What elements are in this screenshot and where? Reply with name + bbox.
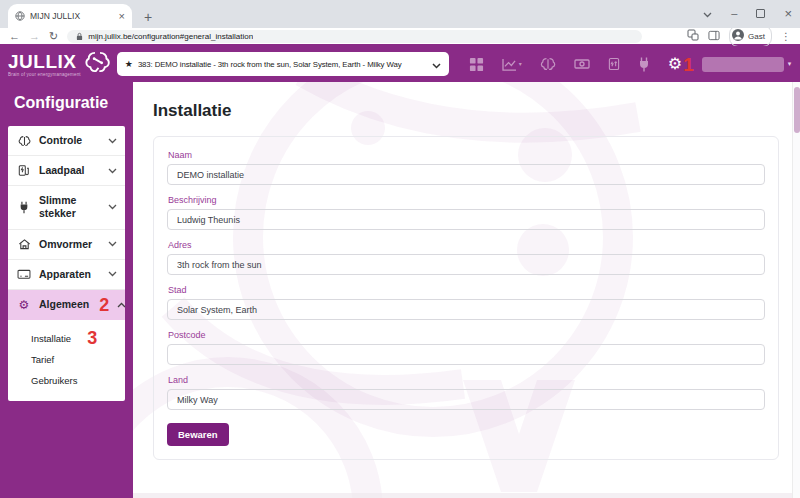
- sidebar-item-apparaten[interactable]: Apparaten: [8, 260, 125, 290]
- side-panel-icon[interactable]: [708, 27, 720, 45]
- brain-nav-icon[interactable]: [540, 57, 556, 71]
- inverter-icon: [17, 238, 31, 250]
- window-minimize-button[interactable]: –: [731, 7, 737, 19]
- brain-icon: [17, 135, 31, 147]
- sidebar-item-laadpaal[interactable]: Laadpaal: [8, 156, 125, 186]
- user-account-redacted[interactable]: [702, 57, 784, 72]
- adres-input[interactable]: [167, 254, 765, 275]
- sidebar-item-label: Controle: [39, 134, 100, 147]
- sidebar-title: Configuratie: [0, 94, 133, 126]
- save-button[interactable]: Bewaren: [167, 423, 229, 446]
- new-tab-button[interactable]: +: [144, 10, 152, 24]
- chevron-down-icon: [108, 168, 117, 174]
- field-label-stad: Stad: [168, 285, 765, 295]
- submenu-item-label: Installatie: [31, 333, 71, 344]
- address-bar[interactable]: mijn.jullix.be/configuration#general_ins…: [67, 30, 642, 43]
- brand-name: JULLIX: [8, 52, 81, 71]
- chevron-down-icon: [108, 204, 117, 210]
- installation-selector[interactable]: ★ 383: DEMO installatie - 3th rock from …: [117, 52, 449, 76]
- lock-icon: [76, 27, 83, 45]
- settings-gear-icon[interactable]: ⚙: [668, 56, 682, 72]
- billing-icon[interactable]: [574, 58, 590, 70]
- annotation-3: 3: [87, 333, 97, 344]
- stad-input[interactable]: [167, 299, 765, 320]
- translate-icon[interactable]: [687, 27, 699, 45]
- field-label-land: Land: [168, 375, 765, 385]
- sidebar-item-controle[interactable]: Controle: [8, 126, 125, 156]
- submenu-item-label: Tarief: [31, 354, 54, 365]
- field-label-adres: Adres: [168, 240, 765, 250]
- page-title: Installatie: [153, 101, 800, 121]
- annotation-1: 1: [683, 55, 694, 74]
- sidebar-menu: Controle Laadpaal: [8, 126, 125, 401]
- page-scrollbar[interactable]: [792, 82, 800, 498]
- submenu-item-label: Gebruikers: [31, 375, 77, 386]
- submenu-item-installatie[interactable]: Installatie 3: [31, 328, 125, 349]
- submenu-item-tarief[interactable]: Tarief: [31, 349, 125, 370]
- star-icon: ★: [125, 59, 133, 69]
- dashboard-icon[interactable]: [469, 57, 484, 72]
- field-label-beschrijving: Beschrijving: [168, 195, 765, 205]
- submenu-item-gebruikers[interactable]: Gebruikers: [31, 370, 125, 391]
- browser-window: MIJN JULLIX × + – × ← → ↻ mijn.jullix.be…: [0, 0, 800, 498]
- chevron-down-icon: [108, 271, 117, 277]
- browser-tabstrip: MIJN JULLIX × + – ×: [0, 0, 800, 28]
- forward-button[interactable]: →: [29, 31, 40, 42]
- globe-icon: [15, 7, 25, 25]
- installation-selector-value: 383: DEMO installatie - 3th rock from th…: [138, 60, 427, 69]
- window-close-button[interactable]: ×: [784, 6, 792, 21]
- main-content: Installatie Naam Beschrijving Adres Stad…: [133, 82, 800, 498]
- charger-icon: [17, 164, 31, 177]
- browser-tab[interactable]: MIJN JULLIX ×: [8, 4, 132, 28]
- window-maximize-button[interactable]: [756, 9, 765, 18]
- profile-button[interactable]: Gast: [729, 25, 772, 47]
- user-caret-icon: ▾: [788, 60, 792, 68]
- scrollbar-thumb[interactable]: [794, 87, 800, 133]
- plug-icon: [17, 201, 31, 214]
- chevron-up-icon: [117, 302, 125, 308]
- field-label-postcode: Postcode: [168, 330, 765, 340]
- charts-icon[interactable]: ▾: [502, 58, 522, 71]
- sidebar-item-label: Apparaten: [39, 268, 100, 281]
- bottom-edge-fade: [133, 493, 800, 498]
- sidebar-item-algemeen[interactable]: ⚙ Algemeen 2: [8, 290, 125, 320]
- brand-tagline: Brain of your energymanagement: [8, 72, 81, 77]
- sidebar-item-label: Algemeen: [39, 298, 89, 311]
- annotation-2: 2: [99, 298, 109, 312]
- meter-readings-icon[interactable]: [608, 57, 620, 71]
- browser-menu-icon[interactable]: ⋮: [781, 31, 791, 42]
- avatar: [732, 27, 744, 45]
- chevron-down-icon: [108, 241, 117, 247]
- plug-nav-icon[interactable]: [638, 57, 650, 72]
- algemeen-submenu: Installatie 3 Tarief Gebruikers: [8, 320, 125, 401]
- beschrijving-input[interactable]: [167, 209, 765, 230]
- url-text: mijn.jullix.be/configuration#general_ins…: [88, 32, 253, 41]
- land-input[interactable]: [167, 389, 765, 410]
- postcode-input[interactable]: [167, 344, 765, 365]
- logo[interactable]: JULLIX Brain of your energymanagement: [8, 50, 111, 78]
- brain-logo-icon: [84, 50, 111, 78]
- guest-label: Gast: [748, 32, 765, 41]
- chevron-down-icon: [108, 138, 117, 144]
- field-label-naam: Naam: [168, 150, 765, 160]
- sidebar-item-label: Laadpaal: [39, 164, 100, 177]
- devices-icon: [17, 269, 31, 280]
- sidebar-item-label: Slimme stekker: [39, 194, 100, 220]
- browser-toolbar: ← → ↻ mijn.jullix.be/configuration#gener…: [0, 28, 800, 46]
- config-sidebar: Configuratie Controle: [0, 82, 133, 498]
- reload-button[interactable]: ↻: [49, 31, 58, 42]
- app-header: JULLIX Brain of your energymanagement ★ …: [0, 46, 800, 82]
- tab-title: MIJN JULLIX: [30, 11, 114, 21]
- back-button[interactable]: ←: [9, 31, 20, 42]
- sidebar-item-slimme-stekker[interactable]: Slimme stekker: [8, 186, 125, 229]
- sidebar-item-omvormer[interactable]: Omvormer: [8, 230, 125, 260]
- chevron-down-icon: [432, 55, 441, 73]
- installation-form: Naam Beschrijving Adres Stad Postcode La…: [153, 136, 779, 460]
- tab-close-icon[interactable]: ×: [119, 11, 125, 22]
- sidebar-item-label: Omvormer: [39, 238, 100, 251]
- naam-input[interactable]: [167, 164, 765, 185]
- tab-search-icon[interactable]: [703, 4, 712, 22]
